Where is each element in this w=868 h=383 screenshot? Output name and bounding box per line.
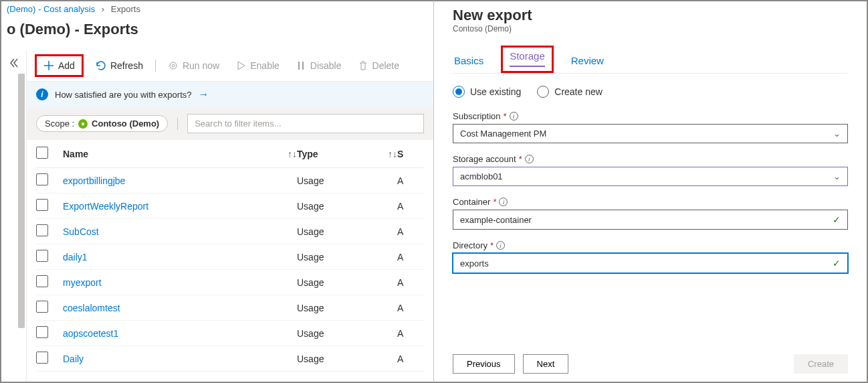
info-bar: i How satisfied are you with exports? → (27, 82, 433, 107)
subscription-select[interactable]: Cost Management PM ⌄ (453, 124, 848, 143)
enable-label: Enable (250, 60, 280, 71)
scrollbar-thumb[interactable] (18, 74, 25, 328)
radio-use-existing-label: Use existing (470, 86, 521, 97)
storage-account-value: acmblob01 (460, 171, 503, 181)
gear-icon (168, 60, 179, 71)
breadcrumb-dash: - (38, 4, 43, 14)
directory-input[interactable]: exports ✓ (453, 253, 848, 273)
disable-button[interactable]: Disable (292, 58, 346, 74)
row-name-link[interactable]: daily1 (63, 252, 88, 262)
row-checkbox[interactable] (36, 173, 48, 185)
container-label: Container (453, 197, 490, 207)
info-circle-icon[interactable]: i (496, 241, 505, 250)
exports-table: Name ↑↓ Type ↑↓ S exportbillingjbeUsageA… (27, 140, 433, 372)
left-gutter (1, 50, 27, 382)
add-button-highlight: Add (35, 54, 84, 77)
table-row[interactable]: myexportUsageA (36, 270, 424, 295)
info-arrow-link[interactable]: → (198, 88, 209, 100)
row-name-link[interactable]: SubCost (63, 226, 99, 237)
search-input[interactable]: Search to filter items... (187, 114, 424, 133)
row-status: A (397, 303, 424, 313)
required-asterisk: * (519, 154, 522, 164)
breadcrumb-scope[interactable]: (Demo) (7, 4, 35, 14)
row-status: A (397, 201, 424, 212)
pause-icon (296, 60, 306, 71)
info-circle-icon[interactable]: i (499, 198, 508, 206)
table-row[interactable]: daily1UsageA (36, 244, 424, 270)
row-name-link[interactable]: exportbillingjbe (63, 175, 125, 186)
scope-pill[interactable]: Scope : ● Contoso (Demo) (36, 115, 168, 132)
info-circle-icon[interactable]: i (510, 112, 518, 121)
directory-label: Directory (453, 240, 487, 250)
enable-button[interactable]: Enable (231, 58, 284, 74)
row-name-link[interactable]: myexport (63, 277, 102, 288)
col-type-header[interactable]: Type ↑↓ (297, 149, 397, 159)
refresh-button[interactable]: Refresh (92, 58, 147, 74)
run-now-label: Run now (183, 60, 219, 71)
run-now-button[interactable]: Run now (164, 58, 223, 74)
info-circle-icon[interactable]: i (525, 155, 534, 163)
delete-button[interactable]: Delete (354, 58, 403, 74)
table-row[interactable]: DailyUsageA (36, 346, 424, 372)
tab-review[interactable]: Review (570, 51, 605, 73)
add-button[interactable]: Add (39, 58, 79, 74)
next-button[interactable]: Next (523, 354, 569, 374)
col-s-header[interactable]: S (397, 149, 424, 159)
create-button[interactable]: Create (794, 354, 848, 374)
radio-use-existing[interactable]: Use existing (453, 86, 521, 98)
table-row[interactable]: SubCostUsageA (36, 219, 424, 244)
radio-dot-icon (453, 86, 465, 98)
field-directory: Directory * i exports ✓ (453, 240, 848, 273)
table-row[interactable]: coeslalomtestUsageA (36, 295, 424, 321)
panel-title: New export (453, 7, 848, 24)
radio-create-new[interactable]: Create new (537, 86, 603, 98)
page-title: o (Demo) - Exports (1, 17, 433, 50)
chevron-right-icon: › (102, 4, 104, 14)
play-icon (235, 60, 246, 71)
breadcrumb-parent[interactable]: Cost analysis (43, 4, 95, 14)
tab-basics[interactable]: Basics (453, 51, 485, 73)
row-checkbox[interactable] (36, 301, 48, 313)
row-checkbox[interactable] (36, 199, 48, 211)
col-name-label: Name (63, 149, 88, 159)
refresh-label: Refresh (110, 60, 143, 71)
row-name-link[interactable]: coeslalomtest (63, 303, 120, 313)
previous-button[interactable]: Previous (453, 354, 515, 374)
row-name-link[interactable]: Daily (63, 354, 84, 364)
select-all-checkbox[interactable] (36, 147, 48, 159)
row-checkbox[interactable] (36, 352, 48, 364)
row-status: A (397, 328, 424, 339)
tab-storage[interactable]: Storage (510, 50, 545, 67)
subscription-label: Subscription (453, 111, 501, 121)
row-checkbox[interactable] (36, 224, 48, 236)
storage-account-select[interactable]: acmblob01 ⌄ (453, 167, 848, 186)
col-name-header[interactable]: Name ↑↓ (63, 149, 297, 159)
filter-divider (177, 118, 178, 130)
row-name-link[interactable]: aopscoetest1 (63, 328, 118, 339)
container-value: example-container (460, 215, 532, 225)
check-icon: ✓ (833, 258, 841, 269)
required-asterisk: * (493, 197, 496, 207)
collapse-sidebar-button[interactable] (4, 53, 24, 73)
row-type: Usage (297, 303, 397, 313)
panel-footer: Previous Next Create (453, 343, 848, 374)
row-type: Usage (297, 175, 397, 186)
row-name-link[interactable]: ExportWeeklyReport (63, 201, 148, 212)
table-row[interactable]: ExportWeeklyReportUsageA (36, 194, 424, 219)
table-row[interactable]: aopscoetest1UsageA (36, 321, 424, 346)
row-status: A (397, 226, 424, 237)
row-checkbox[interactable] (36, 250, 48, 262)
svg-point-0 (170, 62, 177, 69)
table-row[interactable]: exportbillingjbeUsageA (36, 168, 424, 194)
storage-mode-radio-group: Use existing Create new (453, 86, 848, 98)
row-status: A (397, 277, 424, 288)
row-checkbox[interactable] (36, 275, 48, 287)
row-checkbox[interactable] (36, 326, 48, 338)
required-asterisk: * (490, 240, 494, 250)
new-export-panel: New export Contoso (Demo) Basics Storage… (433, 0, 868, 383)
sort-icon[interactable]: ↑↓ (388, 149, 397, 159)
container-input[interactable]: example-container ✓ (453, 210, 848, 230)
row-status: A (397, 175, 424, 186)
sort-icon[interactable]: ↑↓ (288, 149, 297, 159)
filter-row: Scope : ● Contoso (Demo) Search to filte… (27, 107, 433, 140)
